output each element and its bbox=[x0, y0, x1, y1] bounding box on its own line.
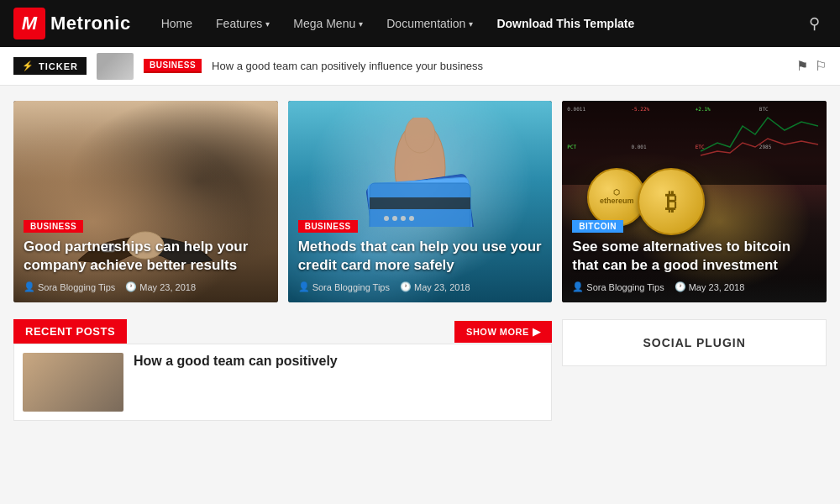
featured-card-2[interactable]: BUSINESS Methods that can help you use y… bbox=[288, 101, 553, 302]
card-2-author: 👤 Sora Blogging Tips bbox=[298, 281, 390, 292]
mega-menu-dropdown-icon: ▾ bbox=[359, 19, 363, 29]
ticker-bar: ⚡ TICKER BUSINESS How a good team can po… bbox=[0, 47, 840, 86]
author-icon-3: 👤 bbox=[572, 281, 584, 292]
featured-card-1[interactable]: BUSINESS Good partnerships can help your… bbox=[13, 101, 278, 302]
social-plugin-col: SOCIAL PLUGIN bbox=[562, 319, 827, 421]
logo[interactable]: M Metronic bbox=[13, 8, 131, 39]
screen-cell: 0.0011 bbox=[567, 106, 629, 142]
featured-card-3[interactable]: 0.0011 -5.22% +2.1% BTC PCT 0.001 ETC 29… bbox=[562, 101, 827, 302]
screen-cell: -5.22% bbox=[631, 106, 693, 142]
ticker-next-icon[interactable]: ⚐ bbox=[815, 58, 827, 74]
card-1-meta: 👤 Sora Blogging Tips 🕐 May 23, 2018 bbox=[24, 281, 268, 292]
features-dropdown-icon: ▾ bbox=[265, 19, 270, 29]
recent-posts-header: RECENT POSTS SHOW MORE ▶ bbox=[13, 319, 552, 344]
ticker-prev-icon[interactable]: ⚑ bbox=[796, 58, 808, 74]
author-icon: 👤 bbox=[24, 281, 35, 292]
card-3-author: 👤 Sora Blogging Tips bbox=[572, 281, 664, 292]
social-plugin-title: SOCIAL PLUGIN bbox=[643, 336, 745, 349]
nav-mega-menu[interactable]: Mega Menu ▾ bbox=[283, 10, 373, 37]
recent-posts-title: RECENT POSTS bbox=[13, 319, 127, 344]
clock-icon: 🕐 bbox=[125, 281, 137, 292]
recent-post-preview: How a good team can positively bbox=[13, 344, 552, 421]
ticker-text: How a good team can positively influence… bbox=[212, 60, 483, 72]
search-icon[interactable]: ⚲ bbox=[802, 8, 827, 39]
nav-features[interactable]: Features ▾ bbox=[206, 10, 280, 37]
recent-post-thumbnail bbox=[23, 353, 123, 412]
ticker-category-badge: BUSINESS bbox=[144, 59, 202, 73]
clock-icon-2: 🕐 bbox=[400, 281, 412, 292]
nav-documentation[interactable]: Documentation ▾ bbox=[376, 10, 483, 37]
logo-text: Metronic bbox=[50, 13, 131, 34]
clock-icon-3: 🕐 bbox=[675, 281, 686, 292]
card-3-meta: 👤 Sora Blogging Tips 🕐 May 23, 2018 bbox=[572, 281, 816, 292]
recent-post-preview-title: How a good team can positively bbox=[134, 353, 338, 412]
nav-home[interactable]: Home bbox=[151, 10, 202, 37]
featured-grid: BUSINESS Good partnerships can help your… bbox=[13, 101, 827, 302]
main-content: BUSINESS Good partnerships can help your… bbox=[0, 86, 840, 421]
card-1-badge: BUSINESS bbox=[24, 220, 83, 233]
author-icon-2: 👤 bbox=[298, 281, 310, 292]
card-2-meta: 👤 Sora Blogging Tips 🕐 May 23, 2018 bbox=[298, 281, 543, 292]
bottom-section: RECENT POSTS SHOW MORE ▶ How a good team… bbox=[13, 319, 827, 421]
card-1-date: 🕐 May 23, 2018 bbox=[125, 281, 196, 292]
card-2-title: Methods that can help you use your credi… bbox=[298, 238, 543, 275]
navbar: M Metronic Home Features ▾ Mega Menu ▾ D… bbox=[0, 0, 840, 47]
nav-links: Home Features ▾ Mega Menu ▾ Documentatio… bbox=[151, 10, 782, 37]
card-3-badge: BITCOIN bbox=[572, 220, 623, 233]
card-2-badge: BUSINESS bbox=[298, 220, 358, 233]
ticker-controls: ⚑ ⚐ bbox=[796, 58, 827, 74]
card-2-date: 🕐 May 23, 2018 bbox=[400, 281, 470, 292]
logo-icon: M bbox=[13, 8, 45, 39]
recent-posts-col: RECENT POSTS SHOW MORE ▶ How a good team… bbox=[13, 319, 552, 421]
price-chart bbox=[701, 109, 818, 160]
ticker-thumbnail bbox=[97, 53, 134, 80]
card-3-body: BITCOIN See some alternatives to bitcoin… bbox=[562, 207, 827, 302]
social-plugin-panel: SOCIAL PLUGIN bbox=[562, 319, 827, 366]
card-3-title: See some alternatives to bitcoin that ca… bbox=[572, 238, 816, 275]
card-2-body: BUSINESS Methods that can help you use y… bbox=[288, 207, 553, 302]
card-1-title: Good partnerships can help your company … bbox=[24, 238, 268, 275]
show-more-arrow-icon: ▶ bbox=[533, 326, 541, 338]
svg-point-4 bbox=[405, 118, 435, 153]
documentation-dropdown-icon: ▾ bbox=[469, 19, 473, 29]
nav-download[interactable]: Download This Template bbox=[486, 10, 644, 37]
card-1-author: 👤 Sora Blogging Tips bbox=[24, 281, 115, 292]
show-more-button[interactable]: SHOW MORE ▶ bbox=[454, 321, 552, 343]
bolt-icon: ⚡ bbox=[22, 60, 34, 71]
ticker-label: ⚡ TICKER bbox=[13, 57, 87, 75]
card-1-body: BUSINESS Good partnerships can help your… bbox=[13, 207, 278, 302]
card-3-date: 🕐 May 23, 2018 bbox=[675, 281, 745, 292]
